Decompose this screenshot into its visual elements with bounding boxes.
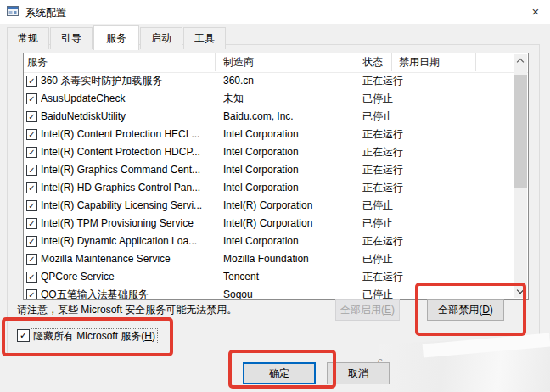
service-manufacturer: Sogou: [223, 286, 359, 300]
service-row[interactable]: ✓ Mozilla Maintenance Service Mozilla Fo…: [24, 250, 514, 268]
service-manufacturer: Intel(R) Corporation: [223, 215, 359, 232]
title-bar: 系统配置 ×: [0, 0, 550, 24]
services-list[interactable]: 服务 制造商 状态 禁用日期 ✓ 360 杀毒实时防护加载服务 360.cn 正…: [23, 53, 529, 300]
disable-all-button[interactable]: 全部禁用(D): [427, 299, 504, 321]
service-row[interactable]: ✓ 360 杀毒实时防护加载服务 360.cn 正在运行: [24, 72, 514, 90]
column-header-manufacturer[interactable]: 制造商: [216, 53, 356, 71]
service-name: Intel(R) Content Protection HECI ...: [41, 126, 214, 143]
service-row[interactable]: ✓ QPCore Service Tencent 正在运行: [24, 268, 514, 286]
service-status: 已停止: [362, 108, 422, 126]
service-status: 已停止: [362, 215, 422, 232]
column-header-date-disabled[interactable]: 禁用日期: [392, 53, 476, 71]
service-checkbox[interactable]: ✓: [26, 165, 37, 176]
services-note: 请注意，某些 Microsoft 安全服务可能无法禁用。: [17, 303, 237, 317]
tab-常规[interactable]: 常规: [7, 27, 49, 49]
service-name: Intel(R) Capability Licensing Servi...: [41, 197, 214, 215]
service-status: 正在运行: [362, 268, 422, 286]
service-status: 已停止: [362, 90, 422, 108]
service-row[interactable]: ✓ Intel(R) HD Graphics Control Pan... In…: [24, 179, 514, 197]
service-checkbox[interactable]: ✓: [26, 182, 37, 193]
tab-label: 启动: [151, 32, 171, 44]
service-name: Intel(R) TPM Provisioning Service: [41, 215, 214, 232]
service-manufacturer: Intel Corporation: [223, 232, 359, 250]
service-status: 正在运行: [362, 179, 422, 197]
system-config-app-icon: [6, 4, 20, 18]
cancel-button[interactable]: 取消: [327, 362, 390, 384]
service-name: QPCore Service: [41, 268, 214, 286]
tab-服务[interactable]: 服务: [93, 25, 139, 50]
service-row[interactable]: ✓ BaiduNetdiskUtility Baidu.com, Inc. 已停…: [24, 108, 514, 126]
vertical-scrollbar[interactable]: [514, 54, 527, 298]
service-row[interactable]: ✓ Intel(R) TPM Provisioning Service Inte…: [24, 215, 514, 232]
service-manufacturer: Mozilla Foundation: [223, 250, 359, 268]
service-status: 已停止: [362, 250, 422, 268]
service-checkbox[interactable]: ✓: [26, 76, 37, 87]
ok-button[interactable]: 确定: [243, 362, 316, 384]
list-header: 服务 制造商 状态 禁用日期: [24, 53, 528, 73]
hide-ms-services-label[interactable]: 隐藏所有 Microsoft 服务(H): [31, 329, 157, 344]
service-name: Intel(R) HD Graphics Control Pan...: [41, 179, 214, 197]
service-manufacturer: Intel Corporation: [223, 143, 359, 161]
service-name: QQ五笔输入法基础服务: [41, 286, 214, 300]
service-name: Intel(R) Content Protection HDCP...: [41, 143, 214, 161]
service-manufacturer: Intel Corporation: [223, 126, 359, 143]
service-row[interactable]: ✓ Intel(R) Content Protection HDCP... In…: [24, 143, 514, 161]
close-icon[interactable]: ×: [523, 3, 548, 21]
service-manufacturer: 360.cn: [223, 72, 359, 90]
service-checkbox[interactable]: ✓: [26, 200, 37, 211]
service-status: 正在运行: [362, 232, 422, 250]
service-checkbox[interactable]: ✓: [26, 129, 37, 140]
service-name: Intel(R) Dynamic Application Loa...: [41, 232, 214, 250]
window-title: 系统配置: [25, 6, 66, 20]
service-checkbox[interactable]: ✓: [26, 236, 37, 247]
service-checkbox[interactable]: ✓: [26, 254, 37, 265]
service-checkbox[interactable]: ✓: [26, 111, 37, 122]
service-name: AsusUpdateCheck: [41, 90, 214, 108]
service-status: 已停止: [362, 286, 422, 300]
tab-工具[interactable]: 工具: [183, 27, 226, 49]
scroll-up-icon[interactable]: [514, 54, 527, 68]
scroll-down-icon[interactable]: [514, 284, 527, 298]
tab-启动[interactable]: 启动: [140, 27, 182, 49]
service-manufacturer: Tencent: [223, 268, 359, 286]
service-name: BaiduNetdiskUtility: [41, 108, 214, 126]
service-name: 360 杀毒实时防护加载服务: [41, 72, 214, 90]
enable-all-button: 全部启用(E): [335, 299, 400, 321]
tab-label: 工具: [194, 32, 215, 44]
tab-引导[interactable]: 引导: [50, 27, 93, 49]
service-status: 已停止: [362, 197, 422, 215]
service-status: 正在运行: [362, 143, 422, 161]
service-row[interactable]: ✓ QQ五笔输入法基础服务 Sogou 已停止: [24, 286, 514, 300]
service-manufacturer: Intel Corporation: [223, 179, 359, 197]
service-row[interactable]: ✓ Intel(R) Capability Licensing Servi...…: [24, 197, 514, 215]
service-checkbox[interactable]: ✓: [26, 147, 37, 158]
service-status: 正在运行: [362, 72, 422, 90]
service-manufacturer: 未知: [223, 90, 359, 108]
tab-label: 服务: [106, 32, 126, 44]
service-name: Mozilla Maintenance Service: [41, 250, 214, 268]
service-status: 正在运行: [362, 161, 422, 179]
service-checkbox[interactable]: ✓: [26, 218, 37, 229]
tab-strip: 常规 引导 服务 启动 工具: [7, 25, 227, 49]
tab-label: 引导: [61, 32, 81, 44]
service-manufacturer: Intel Corporation: [223, 161, 359, 179]
service-table-body: ✓ 360 杀毒实时防护加载服务 360.cn 正在运行 ✓ AsusUpdat…: [24, 72, 514, 300]
service-row[interactable]: ✓ AsusUpdateCheck 未知 已停止: [24, 90, 514, 108]
service-manufacturer: Intel(R) Corporation: [223, 197, 359, 215]
column-header-service[interactable]: 服务: [24, 53, 216, 71]
service-manufacturer: Baidu.com, Inc.: [223, 108, 359, 126]
tab-label: 常规: [18, 32, 38, 44]
service-row[interactable]: ✓ Intel(R) Graphics Command Cent... Inte…: [24, 161, 514, 179]
column-header-status[interactable]: 状态: [356, 53, 392, 71]
hide-ms-services-checkbox[interactable]: ✓: [17, 329, 30, 342]
service-status: 正在运行: [362, 126, 422, 143]
service-checkbox[interactable]: ✓: [26, 93, 37, 104]
service-name: Intel(R) Graphics Command Cent...: [41, 161, 214, 179]
service-checkbox[interactable]: ✓: [26, 272, 37, 283]
service-row[interactable]: ✓ Intel(R) Dynamic Application Loa... In…: [24, 232, 514, 250]
service-checkbox[interactable]: ✓: [26, 289, 37, 300]
service-row[interactable]: ✓ Intel(R) Content Protection HECI ... I…: [24, 126, 514, 143]
scrollbar-thumb[interactable]: [514, 75, 527, 188]
